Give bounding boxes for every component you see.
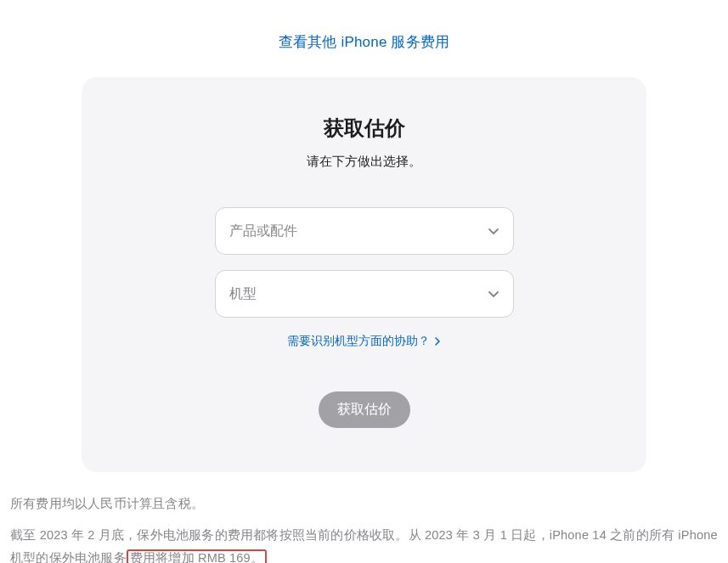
footer-price-note-a: 截至 2023 年 2 月底，保外电池服务的费用都将按照当前的价格收取。从 20…: [10, 528, 718, 563]
chevron-down-icon: [488, 288, 499, 300]
product-select-placeholder: 产品或配件: [229, 222, 297, 240]
model-select[interactable]: 机型: [215, 270, 514, 318]
footer-tax-note: 所有费用均以人民币计算且含税。: [10, 493, 718, 515]
chevron-right-icon: [434, 335, 441, 348]
product-select-wrap: 产品或配件: [215, 207, 514, 255]
help-link-text: 需要识别机型方面的协助？: [287, 334, 430, 347]
card-subtitle: 请在下方做出选择。: [99, 154, 629, 170]
estimate-card: 获取估价 请在下方做出选择。 产品或配件 机型 需要识别机型方面的协助？: [82, 77, 646, 472]
help-link-row: 需要识别机型方面的协助？: [99, 333, 629, 349]
chevron-down-icon: [488, 225, 499, 237]
card-title: 获取估价: [99, 115, 629, 142]
model-select-wrap: 机型: [215, 270, 514, 318]
identify-model-help-link[interactable]: 需要识别机型方面的协助？: [287, 334, 442, 347]
model-select-placeholder: 机型: [229, 285, 257, 303]
product-select[interactable]: 产品或配件: [215, 207, 514, 255]
footer-price-note: 截至 2023 年 2 月底，保外电池服务的费用都将按照当前的价格收取。从 20…: [10, 524, 718, 563]
top-link-container: 查看其他 iPhone 服务费用: [0, 0, 728, 77]
footer: 所有费用均以人民币计算且含税。 截至 2023 年 2 月底，保外电池服务的费用…: [0, 472, 728, 563]
get-estimate-button[interactable]: 获取估价: [319, 391, 410, 428]
price-increase-highlight: 费用将增加 RMB 169。: [127, 549, 267, 563]
submit-row: 获取估价: [99, 391, 629, 428]
other-iphone-services-link[interactable]: 查看其他 iPhone 服务费用: [279, 34, 450, 50]
